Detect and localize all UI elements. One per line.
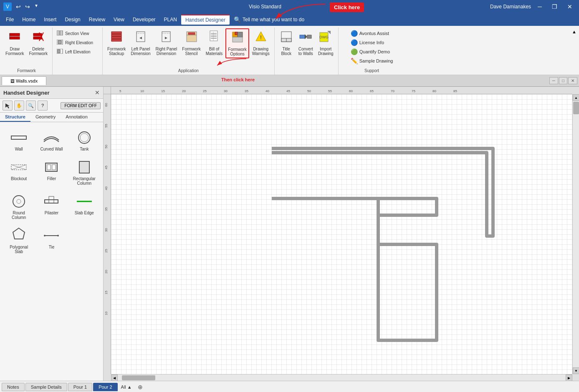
formwork-options-btn[interactable]: FormworkOptions: [225, 28, 249, 58]
help-btn[interactable]: ?: [38, 101, 48, 111]
ribbon-collapse-btn[interactable]: ▲: [570, 28, 578, 75]
scroll-up-btn[interactable]: ▲: [573, 94, 579, 101]
undo-btn[interactable]: ↩: [14, 3, 23, 11]
doc-min-btn[interactable]: ─: [549, 77, 558, 84]
min-btn[interactable]: ─: [534, 2, 545, 12]
draw-formwork-btn[interactable]: DrawFormwork: [3, 28, 26, 58]
doc-close-btn[interactable]: ✕: [568, 77, 577, 84]
title-bar-center: Visio Standard: [249, 4, 281, 10]
menu-handset-designer[interactable]: Handset Designer: [181, 15, 230, 25]
formwork-stackup-btn[interactable]: FormworkStackup: [105, 28, 128, 58]
sample-drawing-btn[interactable]: ✏️ Sample Drawing: [351, 57, 393, 65]
avontus-assist-btn[interactable]: 🔵 Avontus Assist: [351, 29, 393, 38]
page-tab-pour1[interactable]: Pour 1: [68, 383, 92, 391]
svg-text:15: 15: [104, 291, 108, 294]
scroll-thumb-v[interactable]: [573, 102, 579, 114]
panel-close-btn[interactable]: ✕: [95, 89, 100, 96]
panel-header: Handset Designer ✕: [0, 87, 103, 99]
scroll-track-v[interactable]: [573, 101, 579, 367]
tab-annotation[interactable]: Annotation: [61, 113, 93, 122]
rect-column-svg: [75, 160, 94, 175]
right-panel-dim-label: Right PanelDimension: [156, 47, 177, 56]
quantify-demo-btn[interactable]: 🟢 Quantify Demo: [351, 48, 393, 56]
scroll-left-btn[interactable]: ◀: [111, 374, 118, 381]
menu-developer[interactable]: Developer: [129, 15, 160, 24]
scroll-thumb-h[interactable]: [122, 375, 155, 380]
menu-review[interactable]: Review: [85, 15, 109, 24]
close-btn[interactable]: ✕: [564, 2, 576, 12]
page-tab-pour2[interactable]: Pour 2: [93, 383, 117, 391]
drawing-warnings-btn[interactable]: ! DrawingWarnings: [250, 28, 272, 58]
shape-polygonal-slab[interactable]: Polygonal Slab: [3, 225, 34, 256]
bill-of-materials-btn[interactable]: Bill ofMaterials: [204, 28, 225, 58]
draw-formwork-icon: [8, 30, 21, 46]
shape-tie[interactable]: Tie: [36, 225, 67, 256]
svg-rect-65: [49, 196, 54, 200]
scroll-track-h[interactable]: [118, 374, 566, 381]
tab-geometry[interactable]: Geometry: [30, 113, 61, 122]
menu-design[interactable]: Design: [61, 15, 84, 24]
formwork-stencil-btn[interactable]: FormworkStencil: [180, 28, 202, 58]
shape-blockout[interactable]: Blockout: [3, 157, 34, 188]
svg-text:DWG: DWG: [319, 35, 329, 39]
zoom-btn[interactable]: 🔍: [26, 101, 36, 111]
title-block-btn[interactable]: TitleBlock: [277, 28, 296, 58]
left-elevation-btn[interactable]: Left Elevation: [55, 48, 95, 56]
scroll-down-btn[interactable]: ▼: [573, 367, 579, 374]
section-view-btn[interactable]: Section View: [55, 29, 95, 38]
scroll-corner: [104, 374, 111, 381]
svg-text:10: 10: [140, 89, 144, 93]
delete-formwork-btn[interactable]: DeleteFormwork: [27, 28, 49, 58]
restore-btn[interactable]: ❐: [549, 2, 561, 12]
shape-wall[interactable]: Wall: [3, 127, 34, 153]
title-bar-left: V ↩ ↪ ▼: [3, 3, 40, 11]
shape-pilaster[interactable]: Pilaster: [36, 191, 67, 222]
tank-svg: [75, 130, 94, 145]
tab-structure[interactable]: Structure: [0, 113, 30, 122]
tell-me-box[interactable]: 🔍 Tell me what you want to do: [230, 15, 308, 25]
scroll-right-btn[interactable]: ▶: [566, 374, 572, 381]
delete-formwork-svg: [32, 30, 45, 43]
page-tabs-all-btn[interactable]: All ▲: [119, 384, 134, 390]
doc-tab-walls[interactable]: 🖼 Walls.vsdx: [2, 76, 46, 85]
page-tab-sample-details[interactable]: Sample Details: [25, 383, 67, 391]
left-panel-dim-svg: ◄: [134, 30, 147, 43]
redo-btn[interactable]: ↪: [23, 3, 32, 11]
import-drawing-btn[interactable]: DWG ImportDrawing: [316, 28, 336, 58]
menu-insert[interactable]: Insert: [40, 15, 61, 24]
left-panel-dim-btn[interactable]: ◄ Left PanelDimension: [129, 28, 152, 58]
shape-rect-column[interactable]: RectangularColumn: [69, 157, 100, 188]
convert-to-walls-btn[interactable]: Convertto Walls: [296, 28, 315, 58]
page-tab-notes[interactable]: Notes: [2, 383, 25, 391]
hand-btn[interactable]: ✋: [14, 101, 24, 111]
shape-filler[interactable]: Filler: [36, 157, 67, 188]
form-edit-btn[interactable]: FORM EDIT OFF: [61, 102, 101, 109]
menu-plan[interactable]: PLAN: [160, 15, 181, 24]
filler-icon: [41, 159, 62, 176]
zoom-icon: 🔍: [28, 103, 34, 108]
shape-tank[interactable]: Tank: [69, 127, 100, 153]
doc-max-btn[interactable]: □: [559, 77, 567, 84]
cursor-btn[interactable]: [3, 101, 13, 111]
horizontal-scrollbar[interactable]: ◀ ▶: [111, 374, 572, 381]
right-elevation-btn[interactable]: Right Elevation: [55, 38, 95, 47]
svg-text:85: 85: [453, 89, 457, 93]
shape-slab-edge[interactable]: Slab Edge: [69, 191, 100, 222]
shape-round-column[interactable]: Round Column: [3, 191, 34, 222]
more-btn[interactable]: ▼: [33, 3, 40, 11]
menu-file[interactable]: File: [2, 15, 18, 24]
menu-home[interactable]: Home: [18, 15, 40, 24]
menu-view[interactable]: View: [109, 15, 129, 24]
title-bar-right: Dave Damianakes ─ ❐ ✕: [490, 2, 576, 12]
polygonal-slab-svg: [10, 226, 28, 245]
page-tab-add-btn[interactable]: ⊕: [135, 384, 145, 390]
license-info-btn[interactable]: 🔵 License Info: [351, 38, 393, 47]
drawing-canvas[interactable]: [111, 94, 572, 374]
right-panel-dim-btn[interactable]: ► Right PanelDimension: [154, 28, 180, 58]
shape-curved-wall[interactable]: Curved Wall: [36, 127, 67, 153]
svg-text:70: 70: [391, 89, 394, 93]
drawing-warnings-icon: !: [254, 30, 268, 46]
doc-filename: Walls.vsdx: [16, 78, 38, 83]
vertical-scrollbar[interactable]: ▲ ▼: [572, 94, 579, 374]
application-group-label: Application: [178, 67, 199, 73]
